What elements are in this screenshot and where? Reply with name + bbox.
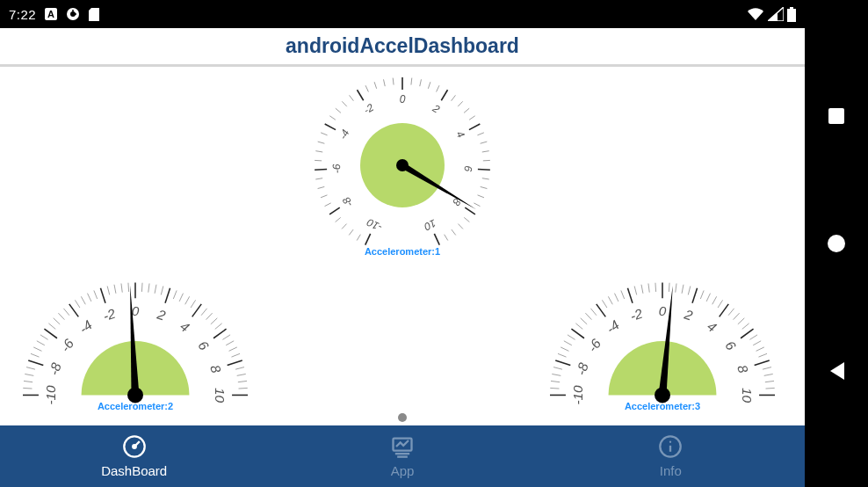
svg-line-175 <box>720 304 729 316</box>
info-icon <box>658 434 683 462</box>
svg-line-57 <box>482 178 489 179</box>
svg-text:8: 8 <box>734 363 751 375</box>
svg-line-124 <box>228 360 242 366</box>
svg-line-147 <box>575 323 582 330</box>
nav-info[interactable]: Info <box>537 425 805 487</box>
svg-text:-8: -8 <box>573 360 591 377</box>
svg-line-171 <box>700 290 704 299</box>
svg-line-25 <box>325 124 336 130</box>
svg-text:8: 8 <box>207 363 224 375</box>
system-back-button[interactable] <box>825 360 848 382</box>
svg-line-9 <box>357 235 360 241</box>
svg-line-155 <box>615 294 618 302</box>
system-overview-button[interactable] <box>825 105 848 127</box>
svg-line-29 <box>342 101 346 106</box>
gauge-icon <box>122 434 147 462</box>
svg-line-59 <box>478 195 484 198</box>
svg-line-23 <box>318 142 325 143</box>
svg-line-45 <box>452 95 456 100</box>
svg-line-63 <box>464 217 469 222</box>
svg-line-178 <box>734 313 740 319</box>
svg-line-136 <box>551 381 560 382</box>
svg-line-11 <box>342 224 347 229</box>
nav-dashboard[interactable]: DashBoard <box>0 425 268 487</box>
svg-line-138 <box>553 367 562 370</box>
device-frame: 7:22 A androidAccelDashboar <box>0 0 868 487</box>
svg-line-19 <box>315 170 327 171</box>
svg-line-10 <box>349 229 353 235</box>
svg-line-53 <box>482 151 489 152</box>
svg-line-192 <box>766 388 775 389</box>
svg-line-91 <box>81 296 85 304</box>
svg-line-31 <box>357 90 363 100</box>
svg-line-15 <box>325 203 331 207</box>
svg-line-117 <box>215 323 222 330</box>
svg-line-87 <box>63 309 69 316</box>
svg-text:-6: -6 <box>584 336 604 354</box>
svg-line-165 <box>669 283 669 292</box>
svg-line-28 <box>336 108 341 113</box>
svg-line-18 <box>315 178 322 179</box>
svg-line-41 <box>428 82 430 89</box>
svg-line-159 <box>634 286 637 294</box>
gauge-2: -10-8-6-4-20246810 Accelerometer:2 <box>12 267 258 411</box>
svg-text:4: 4 <box>177 318 192 335</box>
svg-line-98 <box>121 283 122 292</box>
svg-line-16 <box>321 195 327 198</box>
svg-line-52 <box>481 142 488 143</box>
svg-line-156 <box>621 290 625 299</box>
gauge-1-dial: -10-8-6-4-20246810 <box>309 72 495 258</box>
svg-text:10: 10 <box>422 217 438 233</box>
dashboard-content: -10-8-6-4-20246810 Accelerometer:1 -10-8… <box>0 67 805 425</box>
svg-line-177 <box>728 309 734 316</box>
svg-text:-6: -6 <box>330 164 344 174</box>
svg-text:-2: -2 <box>361 101 376 117</box>
svg-line-187 <box>755 360 770 366</box>
svg-text:0: 0 <box>400 93 406 105</box>
svg-line-51 <box>477 133 483 135</box>
status-left: 7:22 A <box>9 7 99 22</box>
svg-line-139 <box>555 360 570 366</box>
svg-line-75 <box>26 367 35 370</box>
svg-line-173 <box>712 296 717 304</box>
svg-line-109 <box>179 294 183 302</box>
svg-line-162 <box>655 283 656 292</box>
svg-line-82 <box>44 329 56 338</box>
svg-line-85 <box>54 318 60 324</box>
svg-line-39 <box>411 78 412 85</box>
svg-text:6: 6 <box>195 338 212 353</box>
svg-text:10: 10 <box>213 388 228 403</box>
svg-text:2: 2 <box>430 102 442 116</box>
svg-line-30 <box>350 95 354 100</box>
status-right <box>747 7 796 22</box>
svg-text:-2: -2 <box>101 306 118 324</box>
svg-line-7 <box>365 234 371 245</box>
svg-line-126 <box>235 367 244 370</box>
svg-text:6: 6 <box>722 338 739 353</box>
page-indicator-dot <box>398 413 407 422</box>
svg-line-153 <box>602 300 606 308</box>
svg-line-76 <box>28 360 43 366</box>
nav-app[interactable]: App <box>268 425 536 487</box>
system-nav-bar <box>805 0 868 487</box>
svg-line-174 <box>718 300 722 308</box>
svg-point-3 <box>70 11 76 17</box>
svg-line-93 <box>94 290 98 299</box>
system-home-button[interactable] <box>825 232 848 255</box>
svg-line-168 <box>688 286 691 294</box>
svg-line-17 <box>318 186 325 188</box>
svg-line-42 <box>437 85 439 91</box>
svg-line-128 <box>238 381 247 382</box>
status-time: 7:22 <box>9 7 36 22</box>
svg-line-74 <box>25 374 33 375</box>
gauge-3-dial: -10-8-6-4-20246810 <box>539 267 785 408</box>
svg-line-137 <box>552 374 561 375</box>
svg-line-189 <box>763 367 771 370</box>
svg-line-105 <box>161 286 163 294</box>
svg-line-108 <box>173 290 177 299</box>
svg-rect-204 <box>828 108 844 124</box>
chart-icon <box>390 434 415 462</box>
svg-line-80 <box>37 341 45 345</box>
svg-line-36 <box>393 78 394 85</box>
svg-line-114 <box>201 309 207 316</box>
